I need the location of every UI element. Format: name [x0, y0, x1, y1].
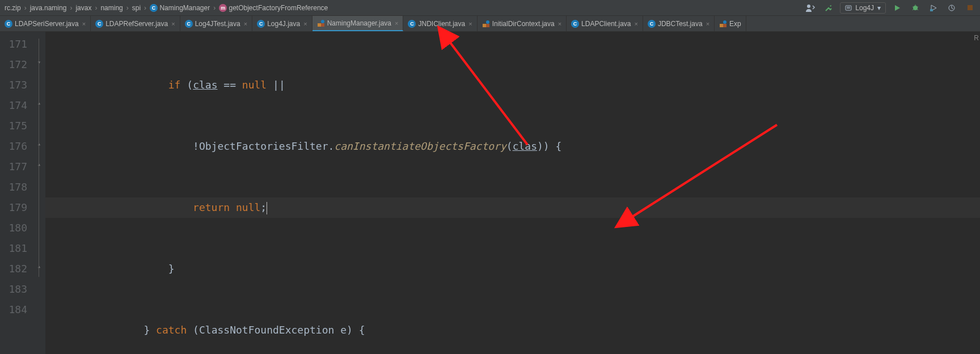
svg-point-20 [486, 20, 489, 24]
close-icon[interactable]: × [706, 20, 709, 27]
tab-label: LDAPClient.java [581, 20, 631, 28]
tab-ldapseriserver[interactable]: C LDAPSeriServer.java × [0, 16, 91, 31]
svg-rect-22 [723, 24, 726, 27]
library-class-icon [317, 19, 325, 27]
catch-param: ClassNotFoundException e [199, 324, 347, 336]
tab-truncated[interactable]: Exp [715, 16, 746, 31]
tabs-bar: C LDAPSeriServer.java × C LDAPRefServer.… [0, 16, 980, 32]
class-icon: C [257, 20, 265, 28]
class-ref: ObjectFactoriesFilter [199, 140, 328, 152]
chevron-right-icon: › [22, 4, 29, 12]
run-button[interactable] [890, 1, 904, 15]
close-icon[interactable]: × [303, 20, 307, 27]
debug-button[interactable] [909, 1, 922, 15]
svg-point-23 [723, 20, 726, 24]
keyword-return: return [193, 201, 230, 213]
svg-rect-14 [968, 5, 973, 10]
keyword-if: if [168, 79, 181, 91]
breadcrumb-class[interactable]: C NamingManager [149, 4, 211, 12]
tab-label: Log4JTest.java [195, 20, 240, 28]
close-icon[interactable]: × [634, 20, 637, 27]
tab-jdbctest[interactable]: C JDBCTest.java × [643, 16, 715, 31]
close-icon[interactable]: × [395, 20, 398, 27]
chevron-right-icon: › [211, 4, 218, 12]
library-class-icon [482, 20, 490, 28]
breadcrumb-method-label: getObjectFactoryFromReference [229, 4, 328, 12]
var-clas: clas [193, 79, 217, 91]
close-icon[interactable]: × [82, 20, 86, 27]
svg-rect-3 [847, 8, 850, 9]
tab-ldapclient[interactable]: C LDAPClient.java × [567, 16, 643, 31]
breadcrumb-javax[interactable]: javax [74, 4, 92, 12]
breadcrumb-rc-zip[interactable]: rc.zip [3, 4, 22, 12]
line-number-gutter: 171 172 173 174 175 176 177 178 179 180 … [0, 32, 34, 354]
svg-rect-16 [321, 23, 324, 27]
svg-point-17 [321, 20, 324, 23]
breadcrumb-method[interactable]: m getObjectFactoryFromReference [218, 4, 329, 12]
code-line[interactable]: } catch (ClassNotFoundException e) { [45, 320, 980, 340]
svg-line-13 [952, 8, 953, 9]
breadcrumb-naming[interactable]: naming [99, 4, 124, 12]
class-icon: C [5, 20, 12, 28]
build-button[interactable] [822, 1, 835, 15]
fold-end-icon[interactable]: ▴ [36, 161, 43, 168]
class-icon: C [150, 4, 158, 12]
code-editor[interactable]: 171 172 173 174 175 176 177 178 179 180 … [0, 32, 980, 354]
fold-gutter: ▾ ▴ ▴ ▴ ▴ [34, 32, 45, 354]
profile-button[interactable] [945, 1, 958, 15]
code-area[interactable]: if (clas == null || !ObjectFactoriesFilt… [45, 32, 980, 354]
svg-point-0 [807, 5, 810, 8]
coverage-button[interactable] [927, 1, 940, 15]
user-switch-button[interactable] [804, 1, 817, 15]
code-line[interactable]: !ObjectFactoriesFilter.canInstantiateObj… [45, 136, 980, 157]
class-icon: C [648, 20, 656, 28]
tab-log4j[interactable]: C Log4J.java × [252, 16, 312, 31]
svg-line-9 [917, 9, 918, 10]
breadcrumb-java-naming[interactable]: java.naming [29, 4, 68, 12]
readonly-indicator: R [974, 34, 979, 42]
class-icon: C [408, 20, 416, 28]
keyword-null: null [236, 201, 260, 213]
svg-rect-18 [483, 24, 486, 27]
code-line[interactable]: } [45, 259, 980, 279]
chevron-right-icon: › [67, 4, 74, 12]
keyword-null: null [242, 79, 267, 91]
tab-label: LDAPRefServer.java [105, 20, 168, 28]
run-config-name: Log4J [855, 4, 874, 12]
tab-label: LDAPSeriServer.java [15, 20, 79, 28]
text-cursor [267, 201, 267, 213]
chevron-right-icon: › [124, 4, 131, 12]
svg-rect-19 [486, 24, 489, 27]
class-icon: C [571, 20, 579, 28]
class-icon: C [185, 20, 193, 28]
tab-label: InitialDirContext.java [492, 20, 555, 28]
tab-log4jtest[interactable]: C Log4JTest.java × [180, 16, 253, 31]
fold-marker-icon[interactable]: ▾ [36, 59, 43, 66]
var-clas: clas [513, 140, 537, 152]
svg-rect-2 [847, 7, 850, 7]
breadcrumb-bar: rc.zip › java.naming › javax › naming › … [0, 0, 980, 16]
chevron-down-icon: ▾ [877, 4, 881, 12]
tab-ldaprefserver[interactable]: C LDAPRefServer.java × [91, 16, 180, 31]
stop-button[interactable] [963, 1, 977, 15]
close-icon[interactable]: × [558, 20, 561, 27]
tab-initialdircontext[interactable]: InitialDirContext.java × [478, 16, 567, 31]
breadcrumb-spi[interactable]: spi [131, 4, 142, 12]
tab-namingmanager[interactable]: NamingManager.java × [312, 16, 404, 31]
tab-label: NamingManager.java [327, 19, 391, 27]
svg-rect-21 [720, 24, 723, 27]
fold-end-icon[interactable]: ▴ [36, 141, 43, 148]
svg-line-8 [913, 9, 914, 10]
close-icon[interactable]: × [171, 20, 175, 27]
keyword-catch: catch [156, 324, 187, 336]
fold-end-icon[interactable]: ▴ [36, 263, 43, 270]
breadcrumb-class-label: NamingManager [159, 4, 210, 12]
tab-jndiclient[interactable]: C JNDIClient.java × [403, 16, 477, 31]
toolbar-right: Log4J ▾ [804, 1, 977, 15]
fold-end-icon[interactable]: ▴ [36, 100, 43, 107]
code-line-current[interactable]: return null; [45, 197, 980, 218]
close-icon[interactable]: × [244, 20, 247, 27]
close-icon[interactable]: × [468, 20, 472, 27]
run-config-select[interactable]: Log4J ▾ [840, 2, 886, 14]
code-line[interactable]: if (clas == null || [45, 75, 980, 95]
